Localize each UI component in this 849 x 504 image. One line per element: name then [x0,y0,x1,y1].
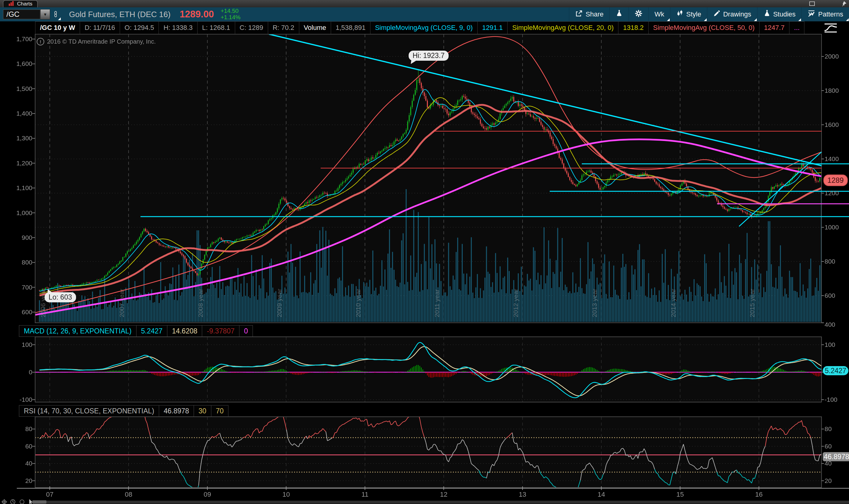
left-axis-label: 1,600 [0,60,32,68]
macd-cell-2: 14.6208 [167,325,202,337]
gear-button[interactable] [628,7,648,21]
data-cell-9[interactable]: SimpleMovingAvg (CLOSE, 9, 0) [370,21,478,34]
symbol-dropdown[interactable]: ▼ [40,9,50,19]
pencil-icon [713,10,721,19]
toolbar-buttons: Share Wk Style Drawings Studies [569,7,849,21]
right-axis-label: 600 [825,292,835,299]
left-axis-label: 900 [0,234,32,241]
right-axis-label: 1800 [825,87,839,94]
data-cell-11[interactable]: SimpleMovingAvg (CLOSE, 20, 0) [507,21,619,34]
candle-icon [676,10,683,19]
low-bubble: Lo: 603 [45,292,76,302]
change-value: +14.50 [221,7,239,14]
data-cell-8: 1,538,891 [331,21,370,34]
macd-label-strip: MACD (12, 26, 9, EXPONENTIAL)5.242714.62… [19,325,253,337]
rsi-axis-label: 20 [825,477,832,485]
rsi-label-strip: RSI (14, 70, 30, CLOSE, EXPONENTIAL)46.8… [19,405,228,417]
right-axis-label: 1400 [825,155,839,163]
patterns-icon [808,10,815,19]
left-axis-label: 1,100 [0,184,32,192]
symbol-description: Gold Futures, ETH (DEC 16) [69,10,170,19]
x-axis-label: 14 [591,490,612,499]
rsi-axis-label: 20 [0,477,32,485]
price-change: +14.50 +1.14% [221,8,240,21]
x-axis-label: 07 [39,490,60,499]
rsi-axis-label: 60 [0,443,32,450]
rsi-axis-label: 80 [0,425,32,433]
patterns-button[interactable]: Patterns [801,7,849,21]
data-cell-5: C: 1289 [235,21,268,34]
left-axis-label: 1,300 [0,134,32,142]
share-icon [575,10,583,19]
right-axis-label: 1600 [825,121,839,128]
flask-button[interactable] [609,7,628,21]
tab-charts[interactable]: Charts [3,0,38,7]
last-price-badge: 1289 [824,175,848,186]
share-button[interactable]: Share [569,7,610,21]
charts-logo-icon [8,0,14,8]
left-axis-label: 1,700 [0,35,32,43]
right-axis-label: 1000 [825,223,839,231]
x-axis-label: 12 [433,490,454,499]
right-axis-label: 2000 [825,53,839,60]
macd-axis-label: -100 [0,396,32,403]
macd-cell-0[interactable]: MACD (12, 26, 9, EXPONENTIAL) [19,325,137,337]
clock-icon[interactable] [10,500,17,504]
rsi-cell-2: 30 [194,405,211,417]
year-watermark: 2007 year [118,271,125,317]
style-button[interactable]: Style [670,7,707,21]
data-cell-0: /GC 10 y W [35,21,80,34]
macd-axis-label: 100 [0,341,32,348]
last-price: 1289.00 [179,9,214,20]
right-axis-label: 1200 [825,190,839,197]
x-axis-label: 11 [354,490,376,499]
x-axis-label: 08 [118,490,139,499]
tab-label: Charts [17,1,32,7]
macd-axis-label: 0 [0,368,32,376]
drawings-button[interactable]: Drawings [707,7,757,21]
data-cell-15: ... [789,21,804,34]
rsi-cell-1: 46.8978 [159,405,194,417]
x-axis-label: 15 [670,490,691,499]
studies-flask-icon [763,9,770,19]
left-axis-label: 1,000 [0,209,32,217]
symbol-input[interactable] [3,10,40,19]
circle-icon[interactable] [19,500,26,504]
macd-axis-label: -100 [825,396,837,403]
change-percent: +1.14% [221,14,240,20]
left-axis-label: 600 [0,308,32,316]
year-watermark: 2010 year [354,271,362,317]
timeframe-button[interactable]: Wk [648,7,670,21]
x-axis-label: 16 [748,490,769,499]
studies-button[interactable]: Studies [757,7,801,21]
year-watermark: 2015 year [748,271,756,317]
crosshair-icon[interactable] [1,500,8,504]
x-axis-label: 13 [512,490,533,499]
data-cell-13[interactable]: SimpleMovingAvg (CLOSE, 50, 0) [648,21,760,34]
flask-icon [616,9,623,19]
high-bubble: Hi: 1923.7 [409,51,449,61]
left-axis-label: 1,500 [0,85,32,92]
rsi-axis-label: 60 [825,443,832,450]
chart-canvas[interactable] [0,0,849,504]
data-cell-10: 1291.1 [477,21,507,34]
right-axis-label: 800 [825,258,835,265]
toolbar: ▼ Gold Futures, ETH (DEC 16) 1289.00 +14… [0,7,849,21]
time-scrollbar-handle[interactable] [32,500,47,504]
data-cell-1: D: 11/7/16 [80,21,120,34]
chart-style-icon[interactable] [823,22,838,34]
data-cell-2: O: 1294.5 [120,21,159,34]
year-watermark: 2011 year [433,271,441,317]
macd-axis-label: 100 [825,341,835,348]
pin-icon[interactable] [841,1,847,7]
rsi-cell-3: 70 [211,405,229,417]
year-watermark: 2014 year [670,271,677,317]
x-axis-label: 10 [276,490,297,499]
macd-cell-1: 5.2427 [136,325,167,337]
rsi-cell-0[interactable]: RSI (14, 70, 30, CLOSE, EXPONENTIAL) [19,405,159,417]
restore-window-icon[interactable] [809,1,815,7]
data-cell-6: R: 70.2 [268,21,299,34]
time-scrollbar-track[interactable] [47,501,849,504]
link-icon[interactable] [50,8,61,20]
data-cell-12: 1318.2 [618,21,648,34]
